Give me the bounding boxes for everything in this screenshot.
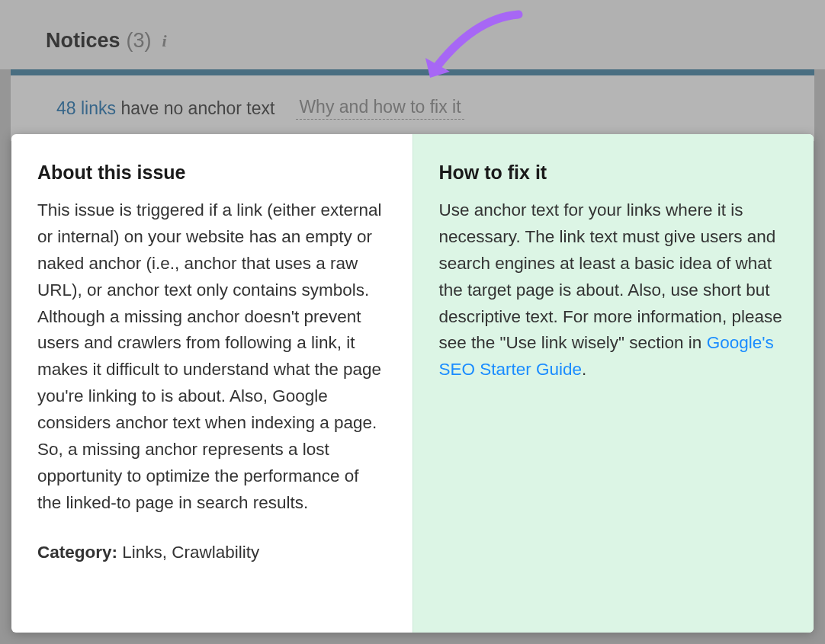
fix-body-pre: Use anchor text for your links where it …: [439, 200, 782, 352]
how-to-fix-panel: How to fix it Use anchor text for your l…: [413, 134, 814, 633]
category-value: Links, Crawlability: [122, 543, 259, 562]
why-and-how-to-fix-link[interactable]: Why and how to fix it: [296, 97, 464, 120]
fix-body-post: .: [582, 360, 586, 379]
about-issue-title: About this issue: [37, 162, 387, 184]
issue-description: have no anchor text: [120, 98, 274, 118]
notices-header: Notices (3) i: [0, 0, 825, 69]
category-label: Category:: [37, 543, 117, 562]
how-to-fix-body: Use anchor text for your links where it …: [439, 197, 788, 383]
notices-count: (3): [127, 29, 152, 53]
info-icon[interactable]: i: [162, 31, 167, 51]
issue-category: Category: Links, Crawlability: [37, 540, 387, 566]
issue-details-popup: About this issue This issue is triggered…: [11, 134, 814, 633]
about-issue-body: This issue is triggered if a link (eithe…: [37, 197, 387, 517]
notices-title: Notices: [46, 29, 120, 53]
about-issue-panel: About this issue This issue is triggered…: [11, 134, 413, 633]
progress-bar: [11, 69, 814, 75]
how-to-fix-title: How to fix it: [439, 162, 788, 184]
issue-summary[interactable]: 48 links have no anchor text: [56, 98, 274, 119]
issue-row: 48 links have no anchor text Why and how…: [11, 75, 814, 141]
page-content: Notices (3) i 48 links have no anchor te…: [0, 0, 825, 141]
issue-link-count: 48 links: [56, 98, 116, 118]
